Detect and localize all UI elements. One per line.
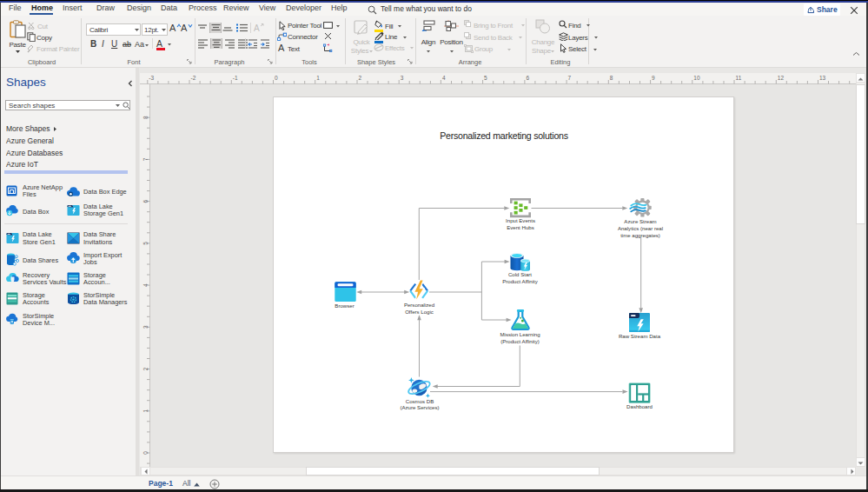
svg-text:Product Affinity: Product Affinity: [502, 278, 538, 284]
svg-text:4: 4: [142, 283, 149, 287]
svg-text:-2: -2: [191, 75, 196, 81]
svg-text:Offers Logic: Offers Logic: [405, 309, 434, 315]
svg-text:6: 6: [142, 199, 149, 203]
svg-text:Azure Stream: Azure Stream: [624, 218, 656, 224]
svg-text:4: 4: [442, 75, 446, 81]
svg-text:Personalized: Personalized: [404, 302, 434, 308]
svg-text:Cold Start: Cold Start: [508, 271, 532, 277]
svg-text:0: 0: [142, 451, 149, 455]
svg-text:A: A: [254, 23, 260, 33]
svg-text:12: 12: [778, 75, 785, 81]
svg-text:5: 5: [142, 242, 149, 245]
svg-text:6: 6: [526, 75, 529, 81]
svg-text:time aggregates): time aggregates): [620, 232, 660, 238]
svg-text:13: 13: [819, 75, 826, 81]
svg-text:7: 7: [568, 75, 572, 81]
svg-text:3: 3: [401, 75, 404, 81]
svg-text:8: 8: [610, 75, 613, 81]
svg-text:1: 1: [142, 409, 149, 413]
svg-text:3: 3: [142, 325, 149, 329]
svg-text:Analytics (near real: Analytics (near real: [618, 225, 663, 231]
svg-text:7: 7: [142, 157, 149, 161]
svg-text:Input Events: Input Events: [506, 217, 535, 223]
svg-text:2: 2: [359, 75, 362, 81]
svg-text:10: 10: [693, 75, 700, 81]
svg-text:Personalized marketing solutio: Personalized marketing solutions: [440, 130, 567, 141]
svg-text:(Product Affinity): (Product Affinity): [500, 338, 540, 344]
svg-text:2: 2: [142, 367, 149, 370]
svg-text:8: 8: [142, 116, 149, 119]
svg-text:0: 0: [275, 75, 278, 81]
svg-text:Browser: Browser: [335, 303, 354, 309]
svg-text:Dashboard: Dashboard: [626, 403, 653, 409]
svg-text:5: 5: [484, 75, 487, 81]
svg-text:Event Hubs: Event Hubs: [507, 224, 534, 230]
svg-text:(Azure Services): (Azure Services): [400, 404, 439, 410]
svg-text:Cosmos DB: Cosmos DB: [406, 398, 434, 404]
svg-text:11: 11: [736, 75, 742, 81]
svg-text:9: 9: [652, 75, 655, 81]
svg-text:Raw Stream Data: Raw Stream Data: [619, 333, 661, 339]
svg-text:-3: -3: [149, 75, 154, 81]
svg-text:1: 1: [316, 75, 320, 81]
svg-text:Mission Learning: Mission Learning: [500, 331, 540, 337]
svg-text:-1: -1: [233, 75, 238, 81]
